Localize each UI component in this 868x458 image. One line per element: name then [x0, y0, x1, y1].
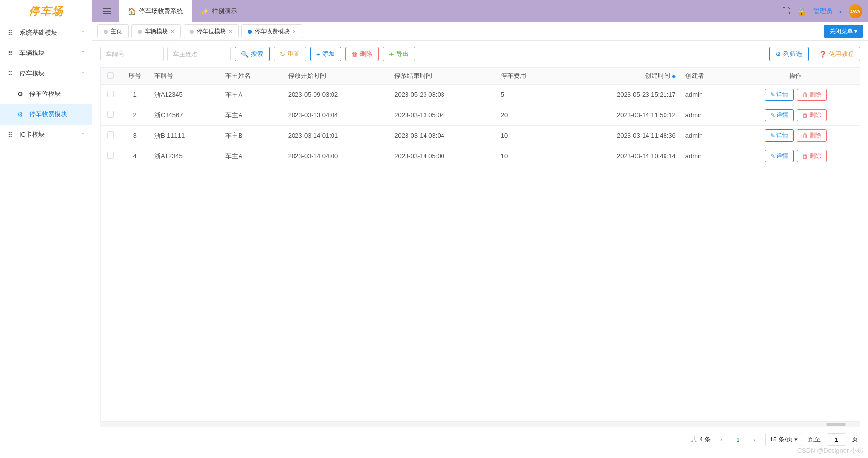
- header-tab[interactable]: ✨样例演示: [192, 0, 246, 22]
- tab-label: 停车场收费系统: [139, 7, 183, 16]
- detail-button[interactable]: ✎ 详情: [765, 109, 794, 121]
- delete-button[interactable]: 🗑删除: [345, 47, 379, 61]
- column-filter-button[interactable]: ⚙列筛选: [769, 47, 809, 61]
- row-checkbox[interactable]: [107, 131, 114, 138]
- tab-bar: 主页车辆模块×停车位模块×停车收费模块× 关闭菜单 ▾: [92, 22, 868, 41]
- lock-icon[interactable]: 🔒: [797, 7, 807, 16]
- row-delete-button[interactable]: 🗑 删除: [797, 109, 827, 121]
- page-size-select[interactable]: 15 条/页 ▾: [765, 433, 802, 446]
- page-tab[interactable]: 主页: [97, 24, 129, 38]
- cell-creator: admin: [681, 85, 732, 105]
- fullscreen-icon[interactable]: ⛶: [782, 7, 790, 16]
- page-tab[interactable]: 停车位模块×: [184, 24, 239, 38]
- menu-label: 车辆模块: [19, 49, 82, 57]
- horizontal-scrollbar[interactable]: [100, 422, 860, 427]
- header-fee: 停车费用: [496, 68, 558, 85]
- row-checkbox[interactable]: [107, 111, 114, 118]
- tab-label: 主页: [111, 27, 122, 36]
- row-checkbox[interactable]: [107, 152, 114, 159]
- close-icon[interactable]: ×: [171, 28, 174, 35]
- detail-button[interactable]: ✎ 详情: [765, 150, 794, 162]
- page-tab[interactable]: 车辆模块×: [131, 24, 181, 38]
- header-end: 停放结束时间: [389, 68, 496, 85]
- owner-input[interactable]: [167, 47, 231, 61]
- cell-end: 2023-05-23 03:03: [389, 85, 496, 105]
- cell-idx: 4: [120, 146, 149, 166]
- close-icon[interactable]: ×: [229, 28, 232, 35]
- sidebar-item[interactable]: ⠿车辆模块˅: [0, 43, 92, 63]
- chevron-icon: ˄: [82, 71, 84, 76]
- search-button[interactable]: 🔍搜索: [235, 47, 270, 61]
- sidebar-item[interactable]: ⠿IC卡模块˅: [0, 125, 92, 145]
- menu-icon: ⠿: [8, 29, 16, 37]
- sidebar-item[interactable]: ⠿系统基础模块˅: [0, 22, 92, 43]
- sidebar: 停车场 ⠿系统基础模块˅⠿车辆模块˅⠿停车模块˄⚙停车位模块⚙停车收费模块⠿IC…: [0, 0, 92, 458]
- row-checkbox[interactable]: [107, 91, 114, 97]
- cell-end: 2023-03-14 05:00: [389, 146, 496, 166]
- toolbar: 🔍搜索 ↻重置 +添加 🗑删除 ✈导出 ⚙列筛选 ❓使用教程: [100, 47, 860, 61]
- header-checkbox[interactable]: [107, 72, 114, 79]
- user-name[interactable]: 管理员: [813, 7, 832, 16]
- reset-button[interactable]: ↻重置: [274, 47, 306, 61]
- page-tab[interactable]: 停车收费模块×: [241, 24, 302, 38]
- header-plate: 车牌号: [149, 68, 221, 85]
- help-icon: ❓: [819, 51, 827, 58]
- detail-button[interactable]: ✎ 详情: [765, 129, 794, 142]
- jump-input[interactable]: [827, 433, 846, 446]
- cell-plate: 浙A12345: [149, 146, 221, 166]
- page-number[interactable]: 1: [732, 434, 743, 445]
- cell-start: 2023-03-14 04:00: [283, 146, 390, 166]
- close-icon[interactable]: ×: [293, 28, 296, 35]
- total-count: 共 4 条: [691, 435, 710, 444]
- sidebar-item[interactable]: ⠿停车模块˄: [0, 63, 92, 84]
- prev-page[interactable]: ‹: [717, 434, 726, 445]
- tab-icon: ✨: [201, 7, 209, 15]
- user-caret-icon[interactable]: ▾: [839, 9, 842, 14]
- avatar[interactable]: JAVA: [849, 4, 862, 18]
- detail-button[interactable]: ✎ 详情: [765, 89, 794, 101]
- menu-icon: ⠿: [8, 70, 16, 77]
- cell-plate: 浙B-11111: [149, 126, 221, 146]
- close-menu-button[interactable]: 关闭菜单 ▾: [824, 25, 863, 38]
- edit-icon: ✎: [770, 153, 775, 160]
- header-created[interactable]: 创建时间◆: [558, 68, 681, 85]
- tab-dot-icon: [248, 30, 252, 34]
- header-creator: 创建者: [681, 68, 732, 85]
- row-delete-button[interactable]: 🗑 删除: [797, 89, 827, 101]
- cell-owner: 车主B: [221, 126, 283, 146]
- cell-end: 2023-03-13 05:04: [389, 105, 496, 126]
- jump-label: 跳至: [808, 435, 821, 444]
- table-header-row: 序号 车牌号 车主姓名 停放开始时间 停放结束时间 停车费用 创建时间◆ 创建者…: [101, 68, 860, 85]
- tutorial-button[interactable]: ❓使用教程: [813, 47, 860, 61]
- cell-start: 2023-05-09 03:02: [283, 85, 390, 105]
- menu-icon: ⠿: [8, 131, 16, 139]
- chevron-down-icon: ▾: [794, 436, 798, 443]
- cell-action: ✎ 详情 🗑 删除: [732, 146, 860, 166]
- next-page[interactable]: ›: [749, 434, 759, 445]
- cell-end: 2023-03-14 03:04: [389, 126, 496, 146]
- sidebar-subitem[interactable]: ⚙停车位模块: [0, 84, 92, 104]
- header-owner: 车主姓名: [221, 68, 283, 85]
- hamburger-toggle[interactable]: [98, 2, 116, 20]
- header-right: ⛶ 🔒 管理员 ▾ JAVA: [782, 4, 862, 18]
- add-button[interactable]: +添加: [310, 47, 341, 61]
- menu-label: 停车收费模块: [29, 110, 84, 119]
- sidebar-subitem[interactable]: ⚙停车收费模块: [0, 104, 92, 125]
- edit-icon: ✎: [770, 132, 775, 139]
- cell-plate: 浙C34567: [149, 105, 221, 126]
- row-delete-button[interactable]: 🗑 删除: [797, 150, 827, 162]
- menu-label: IC卡模块: [19, 130, 82, 139]
- send-icon: ✈: [389, 51, 394, 58]
- plate-input[interactable]: [100, 47, 164, 61]
- table-wrap: 序号 车牌号 车主姓名 停放开始时间 停放结束时间 停车费用 创建时间◆ 创建者…: [100, 67, 860, 422]
- row-delete-button[interactable]: 🗑 删除: [797, 129, 827, 142]
- export-button[interactable]: ✈导出: [383, 47, 415, 61]
- cell-start: 2023-03-13 04:04: [283, 105, 390, 126]
- cell-owner: 车主A: [221, 85, 283, 105]
- table-row: 1 浙A12345 车主A 2023-05-09 03:02 2023-05-2…: [101, 85, 860, 105]
- cell-created: 2023-05-23 15:21:17: [558, 85, 681, 105]
- page-tabs: 主页车辆模块×停车位模块×停车收费模块×: [97, 24, 305, 38]
- menu-icon: ⚙: [18, 111, 25, 118]
- cell-idx: 3: [120, 126, 149, 146]
- header-tab[interactable]: 🏠停车场收费系统: [119, 0, 192, 22]
